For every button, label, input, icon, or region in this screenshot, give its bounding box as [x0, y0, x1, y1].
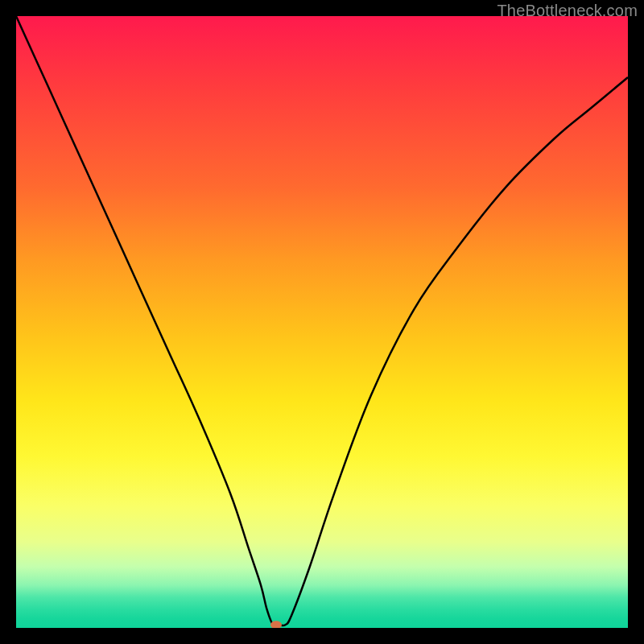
curve-svg [16, 16, 628, 628]
bottleneck-curve [16, 16, 628, 626]
chart-stage: TheBottleneck.com [0, 0, 644, 644]
plot-area [16, 16, 628, 628]
